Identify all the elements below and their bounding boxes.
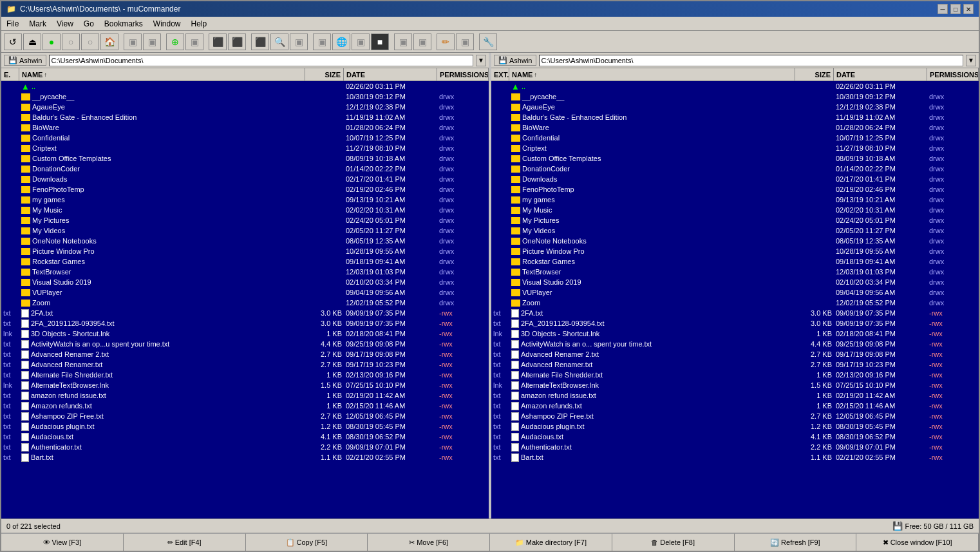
list-item[interactable]: txt Advanced Renamer.txt 2.7 KB 09/17/19… (1, 359, 489, 370)
menu-go[interactable]: Go (79, 18, 99, 30)
toolbar-btn-globe[interactable]: 🌐 (332, 33, 350, 50)
menu-window[interactable]: Window (148, 18, 186, 30)
toolbar-btn-6[interactable]: ▣ (124, 33, 142, 50)
toolbar-btn-5[interactable]: ○ (81, 33, 99, 50)
list-item[interactable]: txt 2FA_20191128-093954.txt 3.0 KB 09/09… (1, 318, 489, 328)
left-col-date[interactable]: DATE (344, 68, 437, 81)
list-item[interactable]: Rockstar Games 09/18/19 09:41 AM drwx (1, 256, 489, 267)
list-item[interactable]: AgaueEye 12/12/19 02:38 PM drwx (491, 102, 979, 112)
maximize-button[interactable]: □ (950, 4, 961, 14)
toolbar-btn-7[interactable]: ▣ (143, 33, 161, 50)
left-nav-button[interactable]: ▼ (476, 55, 486, 66)
list-item[interactable]: AgaueEye 12/12/19 02:38 PM drwx (1, 102, 489, 112)
right-col-date[interactable]: DATE (834, 68, 927, 81)
menu-bookmarks[interactable]: Bookmarks (99, 18, 148, 30)
list-item[interactable]: Zoom 12/02/19 05:52 PM drwx (1, 298, 489, 308)
list-item[interactable]: txt 2FA_20191128-093954.txt 3.0 KB 09/09… (491, 318, 979, 328)
list-item[interactable]: my games 09/13/19 10:21 AM drwx (491, 195, 979, 205)
list-item[interactable]: txt Advanced Renamer.txt 2.7 KB 09/17/19… (491, 359, 979, 370)
list-item[interactable]: txt ActivityWatch is an o... spent your … (491, 339, 979, 349)
list-item[interactable]: txt Authenticator.txt 2.2 KB 09/09/19 07… (491, 442, 979, 452)
left-col-size[interactable]: SIZE (305, 68, 344, 81)
toolbar-home[interactable]: 🏠 (100, 33, 118, 50)
close-button[interactable]: ✖ Close window [F10] (856, 533, 979, 551)
toolbar-btn-14[interactable]: ▣ (456, 33, 474, 50)
list-item[interactable]: OneNote Notebooks 08/05/19 12:35 AM drwx (1, 236, 489, 246)
toolbar-btn-2[interactable]: ⏏ (23, 33, 41, 50)
right-drive-button[interactable]: 💾 Ashwin (494, 55, 536, 66)
list-item[interactable]: ▲.. 02/26/20 03:11 PM (1, 81, 489, 91)
right-file-list[interactable]: ▲.. 02/26/20 03:11 PM __pycache__ 10/30/… (491, 81, 979, 519)
list-item[interactable]: txt Bart.txt 1.1 KB 02/21/20 02:55 PM -r… (1, 452, 489, 462)
toolbar-btn-stop[interactable]: ⬛ (251, 33, 269, 50)
list-item[interactable]: Custom Office Templates 08/09/19 10:18 A… (491, 153, 979, 164)
list-item[interactable]: txt Audacious.txt 4.1 KB 08/30/19 06:52 … (1, 432, 489, 442)
mkdir-button[interactable]: 📁 Make directory [F7] (490, 533, 612, 551)
list-item[interactable]: BioWare 01/28/20 06:24 PM drwx (491, 122, 979, 133)
list-item[interactable]: ▲.. 02/26/20 03:11 PM (491, 81, 979, 91)
toolbar-btn-find[interactable]: 🔍 (270, 33, 288, 50)
list-item[interactable]: lnk AlternateTextBrowser.lnk 1.5 KB 07/2… (491, 380, 979, 390)
list-item[interactable]: Confidential 10/07/19 12:25 PM drwx (491, 133, 979, 143)
copy-button[interactable]: 📋 Copy [F5] (246, 533, 368, 551)
list-item[interactable]: Visual Studio 2019 02/10/20 03:34 PM drw… (491, 277, 979, 287)
toolbar-btn-move[interactable]: ⬛ (228, 33, 246, 50)
list-item[interactable]: txt Authenticator.txt 2.2 KB 09/09/19 07… (1, 442, 489, 452)
toolbar-btn-1[interactable]: ↺ (4, 33, 22, 50)
list-item[interactable]: Downloads 02/17/20 01:41 PM drwx (491, 174, 979, 184)
toolbar-btn-new[interactable]: ⊕ (166, 33, 184, 50)
list-item[interactable]: txt 2FA.txt 3.0 KB 09/09/19 07:35 PM -rw… (491, 308, 979, 318)
list-item[interactable]: My Pictures 02/24/20 05:01 PM drwx (491, 215, 979, 225)
list-item[interactable]: Zoom 12/02/19 05:52 PM drwx (491, 298, 979, 308)
toolbar-btn-10[interactable]: ▣ (352, 33, 370, 50)
list-item[interactable]: Custom Office Templates 08/09/19 10:18 A… (1, 153, 489, 164)
list-item[interactable]: my games 09/13/19 10:21 AM drwx (1, 195, 489, 205)
list-item[interactable]: txt amazon refund issue.txt 1 KB 02/19/2… (1, 390, 489, 401)
list-item[interactable]: My Music 02/02/20 10:31 AM drwx (1, 205, 489, 215)
right-col-ext[interactable]: EXT. (491, 68, 509, 81)
left-path-input[interactable] (49, 55, 473, 66)
list-item[interactable]: txt Audacious.txt 4.1 KB 08/30/19 06:52 … (491, 432, 979, 442)
list-item[interactable]: Rockstar Games 09/18/19 09:41 AM drwx (491, 256, 979, 267)
menu-help[interactable]: Help (186, 18, 212, 30)
list-item[interactable]: Baldur's Gate - Enhanced Edition 11/19/1… (491, 112, 979, 122)
list-item[interactable]: txt ActivityWatch is an op...u spent you… (1, 339, 489, 349)
left-file-list[interactable]: ▲.. 02/26/20 03:11 PM __pycache__ 10/30/… (1, 81, 489, 519)
left-col-name[interactable]: NAME ↑ (19, 68, 305, 81)
list-item[interactable]: My Pictures 02/24/20 05:01 PM drwx (1, 215, 489, 225)
toolbar-btn-del[interactable]: ▣ (185, 33, 203, 50)
list-item[interactable]: txt Alternate File Shredder.txt 1 KB 02/… (1, 370, 489, 380)
list-item[interactable]: txt Ashampoo ZIP Free.txt 2.7 KB 12/05/1… (491, 411, 979, 421)
list-item[interactable]: __pycache__ 10/30/19 09:12 PM drwx (1, 91, 489, 102)
list-item[interactable]: FenoPhotoTemp 02/19/20 02:46 PM drwx (1, 184, 489, 195)
list-item[interactable]: lnk 3D Objects - Shortcut.lnk 1 KB 02/18… (491, 328, 979, 339)
list-item[interactable]: Criptext 11/27/19 08:10 PM drwx (1, 143, 489, 153)
toolbar-btn-3[interactable]: ● (42, 33, 61, 50)
list-item[interactable]: txt Audacious plugin.txt 1.2 KB 08/30/19… (491, 421, 979, 432)
edit-button[interactable]: ✏ Edit [F4] (124, 533, 246, 551)
list-item[interactable]: Downloads 02/17/20 01:41 PM drwx (1, 174, 489, 184)
list-item[interactable]: TextBrowser 12/03/19 01:03 PM drwx (1, 267, 489, 277)
left-col-ext[interactable]: E. (1, 68, 19, 81)
list-item[interactable]: FenoPhotoTemp 02/19/20 02:46 PM drwx (491, 184, 979, 195)
toolbar-btn-8[interactable]: ▣ (290, 33, 308, 50)
list-item[interactable]: txt Advanced Renamer 2.txt 2.7 KB 09/17/… (491, 349, 979, 359)
right-col-perm[interactable]: PERMISSIONS (927, 68, 979, 81)
close-button[interactable]: ✕ (963, 4, 974, 14)
right-nav-button[interactable]: ▼ (966, 55, 976, 66)
toolbar-btn-settings[interactable]: 🔧 (479, 33, 497, 50)
list-item[interactable]: VUPlayer 09/04/19 09:56 AM drwx (1, 287, 489, 298)
toolbar-btn-4[interactable]: ○ (62, 33, 80, 50)
list-item[interactable]: My Music 02/02/20 10:31 AM drwx (491, 205, 979, 215)
list-item[interactable]: BioWare 01/28/20 06:24 PM drwx (1, 122, 489, 133)
list-item[interactable]: TextBrowser 12/03/19 01:03 PM drwx (491, 267, 979, 277)
right-col-name[interactable]: NAME ↑ (509, 68, 795, 81)
right-path-input[interactable] (539, 55, 963, 66)
list-item[interactable]: txt Advanced Renamer 2.txt 2.7 KB 09/17/… (1, 349, 489, 359)
list-item[interactable]: lnk AlternateTextBrowser.lnk 1.5 KB 07/2… (1, 380, 489, 390)
toolbar-btn-12[interactable]: ▣ (394, 33, 412, 50)
refresh-button[interactable]: 🔄 Refresh [F9] (735, 533, 857, 551)
list-item[interactable]: DonationCoder 01/14/20 02:22 PM drwx (1, 164, 489, 174)
list-item[interactable]: __pycache__ 10/30/19 09:12 PM drwx (491, 91, 979, 102)
right-col-size[interactable]: SIZE (795, 68, 834, 81)
